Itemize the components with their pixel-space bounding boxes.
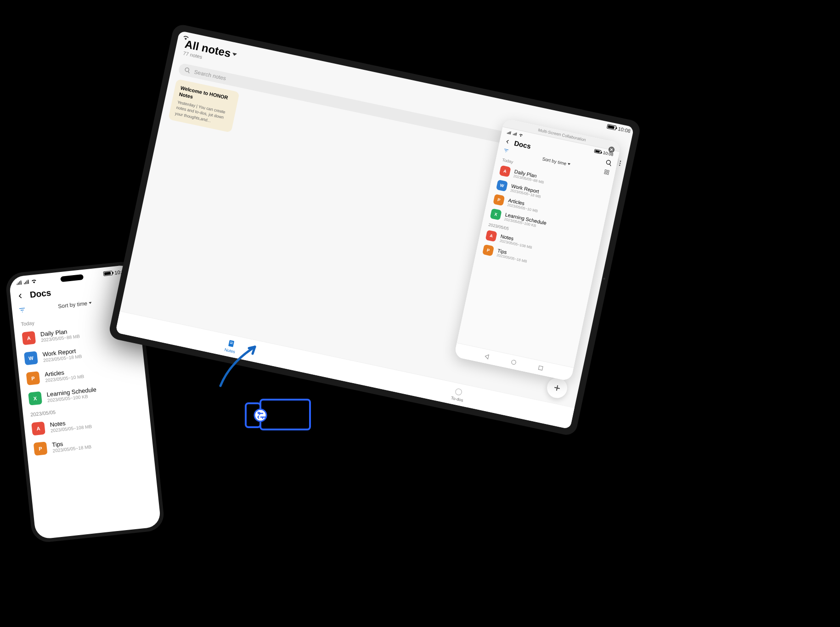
chevron-down-icon [89, 302, 91, 304]
excel-file-icon: X [28, 391, 42, 406]
filter-button[interactable] [503, 147, 509, 154]
pdf-file-icon: A [22, 331, 36, 345]
excel-file-icon: X [490, 209, 502, 220]
transfer-arrow-icon [216, 340, 271, 395]
svg-point-23 [254, 409, 266, 421]
svg-rect-15 [605, 169, 607, 171]
pdf-file-icon: A [499, 165, 511, 177]
svg-point-8 [185, 68, 189, 72]
pdf-file-icon: A [31, 422, 45, 436]
wifi-icon [182, 34, 190, 41]
back-button[interactable] [16, 292, 25, 301]
todos-icon [454, 387, 463, 396]
ppt-file-icon: P [482, 244, 494, 256]
chevron-down-icon [232, 53, 237, 56]
search-icon [184, 67, 192, 74]
pdf-file-icon: A [485, 230, 497, 242]
ppt-file-icon: P [34, 441, 48, 456]
nav-home[interactable] [510, 358, 518, 366]
wifi-icon [519, 133, 523, 137]
note-card[interactable]: Welcome to HONOR Notes Yesterday | You c… [168, 79, 240, 133]
word-file-icon: W [24, 351, 38, 365]
camera-dot [603, 277, 605, 280]
plus-icon: + [552, 381, 562, 395]
nav-recent[interactable] [537, 364, 545, 372]
svg-point-7 [619, 164, 620, 166]
close-button[interactable] [607, 145, 616, 154]
nav-back[interactable] [483, 353, 491, 361]
nav-todos[interactable]: To-dos [451, 386, 466, 402]
svg-point-5 [620, 161, 621, 162]
svg-rect-16 [607, 170, 609, 172]
svg-point-19 [511, 360, 516, 365]
svg-point-12 [455, 388, 462, 395]
svg-rect-18 [607, 173, 609, 175]
search-icon[interactable] [605, 159, 613, 167]
svg-point-14 [606, 160, 611, 164]
ppt-file-icon: P [26, 371, 40, 385]
svg-rect-22 [260, 400, 310, 429]
signal-icon-2 [24, 279, 30, 284]
svg-rect-20 [538, 366, 543, 370]
tablet-device: 10:08 All notes 77 notes Search notes We… [107, 23, 642, 437]
battery-icon [103, 271, 113, 276]
ppt-file-icon: P [493, 194, 505, 206]
multi-screen-collab-icon [243, 395, 312, 432]
battery-icon [594, 149, 602, 154]
back-button[interactable] [504, 138, 512, 146]
docs-title: Docs [513, 139, 531, 150]
svg-rect-17 [604, 172, 606, 174]
signal-icon [507, 130, 512, 135]
grid-view-button[interactable] [603, 169, 610, 175]
signal-icon-2 [513, 132, 517, 136]
nav-buttons [454, 343, 574, 381]
wifi-icon [31, 279, 37, 284]
filter-button[interactable] [18, 306, 27, 314]
svg-point-6 [620, 163, 621, 164]
chevron-down-icon [568, 163, 571, 165]
word-file-icon: W [496, 180, 508, 192]
docs-title: Docs [29, 288, 52, 300]
signal-icon [17, 280, 23, 285]
